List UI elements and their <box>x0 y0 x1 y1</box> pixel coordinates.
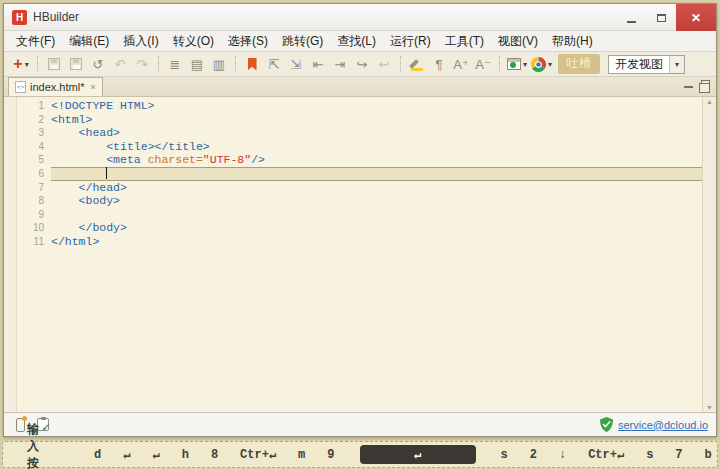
font-increase-icon: A⁺ <box>453 57 469 72</box>
minimize-button[interactable] <box>616 4 646 31</box>
code-line-4[interactable]: <title></title> <box>51 140 702 154</box>
code-line-10[interactable]: </body> <box>51 221 702 235</box>
edit-in-browser-button[interactable]: ▤ <box>188 55 206 73</box>
toolbar-separator <box>37 56 38 72</box>
view-mode-select[interactable]: 开发视图 ▾ <box>608 55 685 74</box>
menu-item-2[interactable]: 编辑(E) <box>62 31 116 51</box>
code-line-1[interactable]: <!DOCTYPE HTML> <box>51 99 702 113</box>
line-number: 10 <box>17 221 51 235</box>
hbuilder-logo-icon: H <box>12 10 27 25</box>
line-number: 9 <box>17 208 51 222</box>
key-hint: Ctr+↵ <box>240 447 276 462</box>
redo-button[interactable]: ↷ <box>133 55 151 73</box>
toolbar: +▾ ↺ ↶ ↷ ≣ ▤ ▥ ⇱ ⇲ ⇤ ⇥ ↪ ↩ ¶ A⁺ A⁻ ▾ <box>4 52 716 77</box>
device-status-icon[interactable] <box>16 418 25 432</box>
chevron-down-icon: ▾ <box>523 60 527 69</box>
run-in-browser-button[interactable]: ▾ <box>507 55 527 73</box>
tucao-button[interactable]: 吐槽 <box>558 54 600 74</box>
jump-forward-icon: ↪ <box>357 57 368 72</box>
line-number: 8 <box>17 194 51 208</box>
save-all-icon <box>70 58 82 70</box>
bookmark-button[interactable] <box>243 55 261 73</box>
new-file-button[interactable]: +▾ <box>12 55 30 73</box>
line-number: 2 <box>17 113 51 127</box>
key-hint: 7 <box>675 448 682 462</box>
key-hint: m <box>298 448 305 462</box>
format-source-button[interactable]: ≣ <box>166 55 184 73</box>
line-number: 7 <box>17 181 51 195</box>
doc-grid-icon: ▤ <box>191 57 203 72</box>
jump-forward-button[interactable]: ↪ <box>353 55 371 73</box>
menu-item-5[interactable]: 选择(S) <box>221 31 275 51</box>
code-line-6[interactable] <box>51 167 702 181</box>
menu-item-9[interactable]: 工具(T) <box>438 31 491 51</box>
service-email-link[interactable]: service@dcloud.io <box>618 419 708 431</box>
tab-index-html[interactable]: <> index.html* × <box>8 77 103 96</box>
chrome-icon <box>531 57 546 72</box>
save-button[interactable] <box>45 55 63 73</box>
shift-left-button[interactable]: ⇤ <box>309 55 327 73</box>
pane-minimize-icon[interactable] <box>684 86 693 88</box>
text-cursor <box>106 167 107 179</box>
font-increase-button[interactable]: A⁺ <box>452 55 470 73</box>
menu-item-4[interactable]: 转义(O) <box>166 31 221 51</box>
revert-button[interactable]: ↺ <box>89 55 107 73</box>
menu-item-8[interactable]: 运行(R) <box>383 31 438 51</box>
code-line-5[interactable]: <meta charset="UTF-8"/> <box>51 153 702 167</box>
shift-right-button[interactable]: ⇥ <box>331 55 349 73</box>
key-input-label: 输入按键: <box>27 421 43 469</box>
code-line-9[interactable] <box>51 208 702 222</box>
menu-item-10[interactable]: 视图(V) <box>491 31 545 51</box>
menu-item-3[interactable]: 插入(I) <box>116 31 165 51</box>
insert-line-above-button[interactable]: ⇱ <box>265 55 283 73</box>
close-button[interactable]: ✕ <box>676 4 716 31</box>
code-line-2[interactable]: <html> <box>51 113 702 127</box>
scroll-down-icon[interactable]: ▼ <box>706 404 713 411</box>
close-icon: ✕ <box>691 11 701 25</box>
font-decrease-icon: A⁻ <box>475 57 491 72</box>
code-line-8[interactable]: <body> <box>51 194 702 208</box>
app-window: H HBuilder ✕ 文件(F)编辑(E)插入(I)转义(O)选择(S)跳转… <box>3 3 717 437</box>
show-whitespace-button[interactable]: ¶ <box>430 55 448 73</box>
html-file-icon: <> <box>15 81 26 93</box>
highlight-button[interactable] <box>408 55 426 73</box>
bookmark-icon <box>248 58 257 71</box>
key-hint: ↵ <box>123 447 130 462</box>
key-hint: s <box>646 448 653 462</box>
save-all-button[interactable] <box>67 55 85 73</box>
insert-above-icon: ⇱ <box>269 57 280 72</box>
line-number: 3 <box>17 126 51 140</box>
pane-maximize-icon[interactable] <box>701 80 710 88</box>
code-area[interactable]: <!DOCTYPE HTML><html> <head> <title></ti… <box>51 97 702 412</box>
menu-item-11[interactable]: 帮助(H) <box>545 31 600 51</box>
menu-item-7[interactable]: 查找(L) <box>330 31 383 51</box>
titlebar: H HBuilder ✕ <box>4 4 716 31</box>
statusbar: ✓ service@dcloud.io <box>4 412 716 436</box>
code-line-3[interactable]: <head> <box>51 126 702 140</box>
vertical-scrollbar[interactable]: ▲ ▼ <box>702 97 716 412</box>
undo-button[interactable]: ↶ <box>111 55 129 73</box>
menu-item-6[interactable]: 跳转(G) <box>275 31 330 51</box>
run-in-chrome-button[interactable]: ▾ <box>531 55 552 73</box>
key-hints: d↵↵h8Ctr+↵m9↵s2↓Ctr+↵s7b0{t5 <box>83 445 720 464</box>
editor-tabbar: <> index.html* × <box>4 77 716 97</box>
code-editor[interactable]: 1234567891011 <!DOCTYPE HTML><html> <hea… <box>4 97 716 412</box>
revert-icon: ↺ <box>93 57 104 72</box>
maximize-button[interactable] <box>646 4 676 31</box>
font-decrease-button[interactable]: A⁻ <box>474 55 492 73</box>
shield-icon <box>600 417 613 432</box>
tab-close-icon[interactable]: × <box>90 82 95 92</box>
scroll-up-icon[interactable]: ▲ <box>706 98 713 105</box>
line-number-gutter: 1234567891011 <box>17 97 51 412</box>
css-view-button[interactable]: ▥ <box>210 55 228 73</box>
insert-line-below-button[interactable]: ⇲ <box>287 55 305 73</box>
view-mode-value: 开发视图 <box>609 56 669 73</box>
tab-label: index.html* <box>30 81 84 93</box>
undo-icon: ↶ <box>115 57 126 72</box>
menu-item-1[interactable]: 文件(F) <box>9 31 62 51</box>
code-line-7[interactable]: </head> <box>51 181 702 195</box>
key-hint: ↓ <box>559 448 566 462</box>
code-line-11[interactable]: </html> <box>51 235 702 249</box>
jump-back-button[interactable]: ↩ <box>375 55 393 73</box>
key-hint: h <box>182 448 189 462</box>
